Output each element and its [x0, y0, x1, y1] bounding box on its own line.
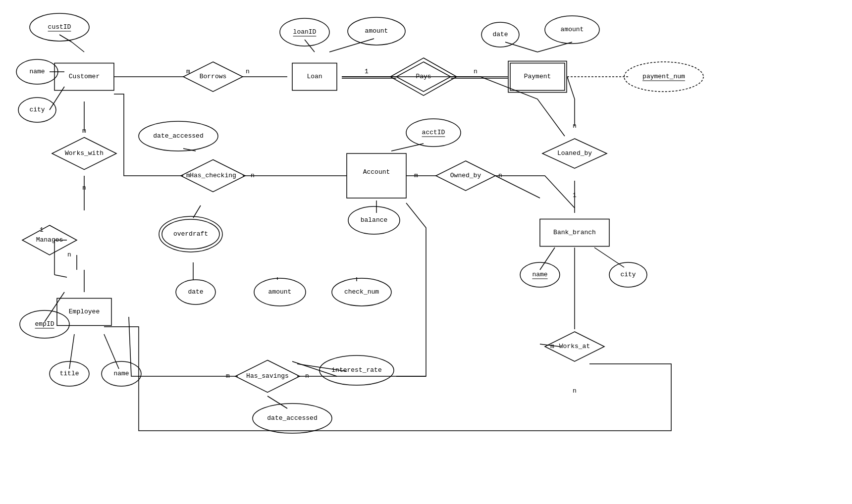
er-diagram-canvas: [0, 0, 852, 504]
